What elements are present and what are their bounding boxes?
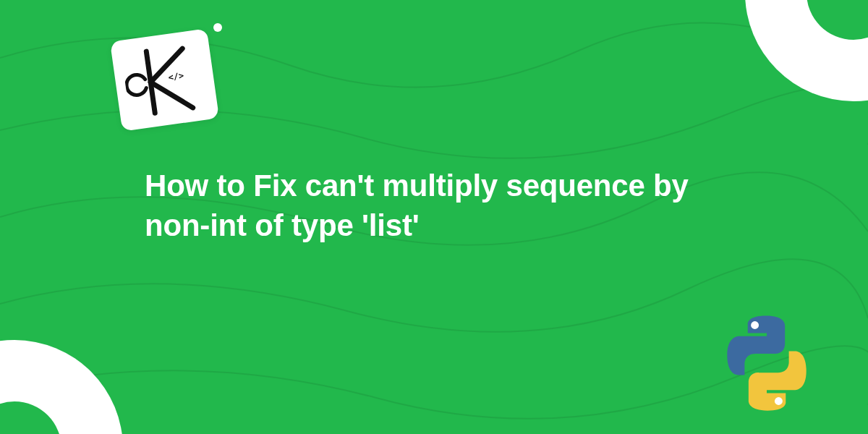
corner-donut-top-right <box>745 0 868 101</box>
svg-point-2 <box>775 397 783 405</box>
logo-dot <box>213 23 222 32</box>
k-code-logo-icon: </> <box>119 35 209 124</box>
article-title: How to Fix can't multiply sequence by no… <box>145 166 738 245</box>
site-logo: </> <box>110 28 219 132</box>
python-logo-icon <box>716 312 817 414</box>
corner-donut-bottom-left <box>0 340 123 434</box>
svg-text:</>: </> <box>167 70 184 82</box>
svg-point-1 <box>751 321 759 329</box>
